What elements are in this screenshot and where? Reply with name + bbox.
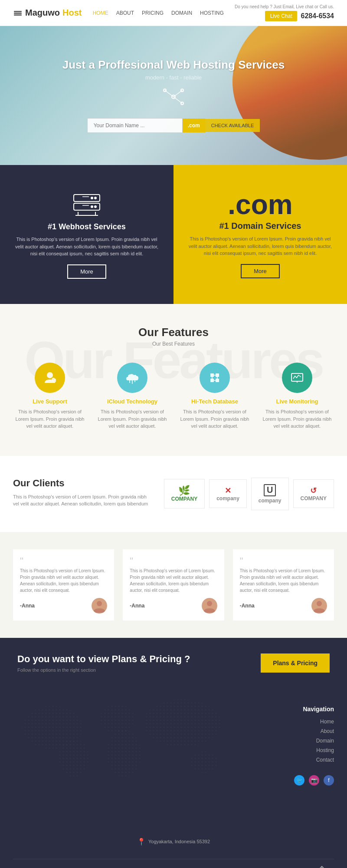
feature-monitoring: Live Monitoring This is Photoshop's vers…	[260, 363, 334, 430]
clients-layout: Our Clients This is Photoshop's version …	[13, 478, 334, 510]
nav-hosting[interactable]: HOSTING	[200, 10, 224, 16]
back-to-top-icon	[318, 865, 326, 868]
logo-text-first: Maguwo	[25, 8, 60, 18]
quote-mark-3: "	[240, 556, 327, 566]
cta-text-area: Do you want to view Plans & Pricing ? Fo…	[17, 653, 190, 673]
feature-cloud-tech: iCloud Technology This is Photoshop's ve…	[95, 363, 169, 430]
testimonial-2: " This is Photoshop's version of Lorem I…	[123, 549, 224, 620]
twitter-icon[interactable]: 🐦	[294, 775, 304, 785]
cloud-icon	[117, 363, 147, 393]
feature-database: Hi-Tech Database This is Photoshop's ver…	[178, 363, 252, 430]
main-nav: HOME ABOUT PRICING DOMAIN HOSTING	[93, 10, 224, 16]
client-logo-3: U company	[251, 478, 289, 510]
clients-info: Our Clients This is Photoshop's version …	[13, 478, 151, 510]
hero-balloon-bg	[208, 26, 347, 165]
feature-desc-1: This is Photoshop's version of Lorem Ips…	[13, 408, 87, 430]
quote-mark-2: "	[130, 556, 217, 566]
logo-text-second: Host	[62, 8, 82, 18]
client-logos-row: 🌿 COMPANY ✕ company U company ↺ C	[164, 478, 334, 510]
nav-about[interactable]: ABOUT	[116, 10, 134, 16]
svg-point-40	[317, 601, 322, 606]
header: MaguwoHost HOME ABOUT PRICING DOMAIN HOS…	[0, 0, 347, 26]
client-logo-1: 🌿 COMPANY	[164, 479, 205, 508]
client-name-3: company	[259, 498, 282, 504]
domain-more-button[interactable]: More	[241, 264, 280, 278]
client-logo-2: ✕ company	[209, 479, 247, 508]
footer-nav-about[interactable]: About	[273, 728, 334, 734]
domain-search-bar: .com CHECK AVAILABLE	[87, 118, 260, 133]
svg-point-36	[97, 601, 102, 606]
cta-subtitle: Follow the options in the right section	[17, 667, 190, 673]
svg-point-13	[91, 197, 93, 199]
logo-icon	[13, 8, 23, 18]
svg-line-9	[174, 97, 182, 103]
monitoring-icon	[282, 363, 312, 393]
nav-pricing[interactable]: PRICING	[142, 10, 164, 16]
instagram-icon[interactable]: 📷	[309, 775, 319, 785]
footer-nav-contact[interactable]: Contact	[273, 757, 334, 763]
svg-point-21	[47, 372, 53, 378]
svg-rect-2	[14, 14, 22, 16]
footer-nav-hosting[interactable]: Hosting	[273, 747, 334, 753]
testimonial-name-1: -Anna	[20, 603, 35, 609]
feature-title-3: Hi-Tech Database	[191, 398, 238, 405]
svg-rect-25	[216, 373, 219, 377]
testimonial-footer-2: -Anna	[130, 598, 217, 614]
testimonial-name-3: -Anna	[240, 603, 255, 609]
location-pin-icon: 📍	[137, 838, 146, 846]
footer-nav-domain[interactable]: Domain	[273, 738, 334, 744]
cta-title: Do you want to view Plans & Pricing ?	[17, 653, 190, 665]
svg-rect-23	[54, 379, 56, 382]
testimonial-avatar-3	[311, 598, 327, 614]
feature-title-2: iCloud Technology	[107, 398, 157, 405]
testimonial-1: " This is Photoshop's version of Lorem I…	[13, 549, 114, 620]
domain-extension: .com	[183, 119, 205, 132]
domain-search-input[interactable]	[87, 118, 183, 133]
hero-network-icon	[160, 86, 187, 109]
testimonial-footer-3: -Anna	[240, 598, 327, 614]
feature-desc-4: This is Photoshop's version of Lorem Ips…	[260, 408, 334, 430]
webhost-desc: This is Photoshop's version of Lorem Ips…	[13, 236, 160, 257]
check-available-button[interactable]: CHECK AVAILABLE	[205, 119, 260, 132]
database-icon	[200, 363, 230, 393]
testimonial-text-3: This is Photoshop's version of Lorem Ips…	[240, 568, 327, 594]
testimonial-name-2: -Anna	[130, 603, 144, 609]
svg-point-14	[94, 205, 97, 208]
client-name-1: COMPANY	[171, 496, 197, 502]
facebook-icon[interactable]: f	[324, 775, 334, 785]
testimonial-avatar-2	[202, 598, 217, 614]
svg-point-12	[94, 197, 97, 199]
features-grid: Live Support This is Photoshop's version…	[13, 363, 334, 430]
hero-section: Just a Proffesional Web Hosting Services…	[0, 26, 347, 165]
logo[interactable]: MaguwoHost	[13, 8, 82, 18]
plans-pricing-button[interactable]: Plans & Pricing	[261, 653, 330, 673]
live-support-icon	[35, 363, 65, 393]
header-contact-area: Do you need help ? Just Email, Live chat…	[235, 4, 334, 21]
back-to-top-link[interactable]: Back to top	[310, 865, 334, 868]
svg-point-15	[91, 205, 93, 208]
webhost-service-panel: #1 Webhost Services This is Photoshop's …	[0, 165, 174, 304]
help-text: Do you need help ? Just Email, Live chat…	[235, 4, 334, 9]
footer-nav-home[interactable]: Home	[273, 719, 334, 725]
testimonial-footer-1: -Anna	[20, 598, 107, 614]
footer-bottom: Copyright © 2014 Company name All rights…	[13, 859, 334, 868]
features-section: Our Features Our Features Our Best Featu…	[0, 304, 347, 456]
svg-rect-24	[210, 373, 214, 377]
features-title: Our Features	[13, 326, 334, 339]
server-icon	[69, 190, 104, 222]
nav-domain[interactable]: DOMAIN	[171, 10, 192, 16]
footer-navigation: Navigation Home About Domain Hosting Con…	[273, 706, 334, 766]
webhost-more-button[interactable]: More	[67, 264, 106, 279]
svg-rect-1	[14, 13, 22, 14]
domain-service-panel: .com #1 Domain Services This is Photosho…	[174, 165, 347, 304]
features-subtitle: Our Best Features	[13, 341, 334, 347]
server-svg-icon	[69, 190, 104, 221]
hero-title: Just a Proffesional Web Hosting Services	[62, 58, 285, 72]
com-display-text: .com	[228, 191, 292, 218]
live-chat-button[interactable]: Live Chat	[265, 11, 298, 21]
nav-home[interactable]: HOME	[93, 10, 108, 16]
svg-rect-27	[216, 379, 219, 382]
phone-number: 6284-6534	[301, 12, 334, 20]
testimonial-avatar-1	[92, 598, 107, 614]
clients-desc: This is Photoshop's version of Lorem Ips…	[13, 493, 151, 508]
